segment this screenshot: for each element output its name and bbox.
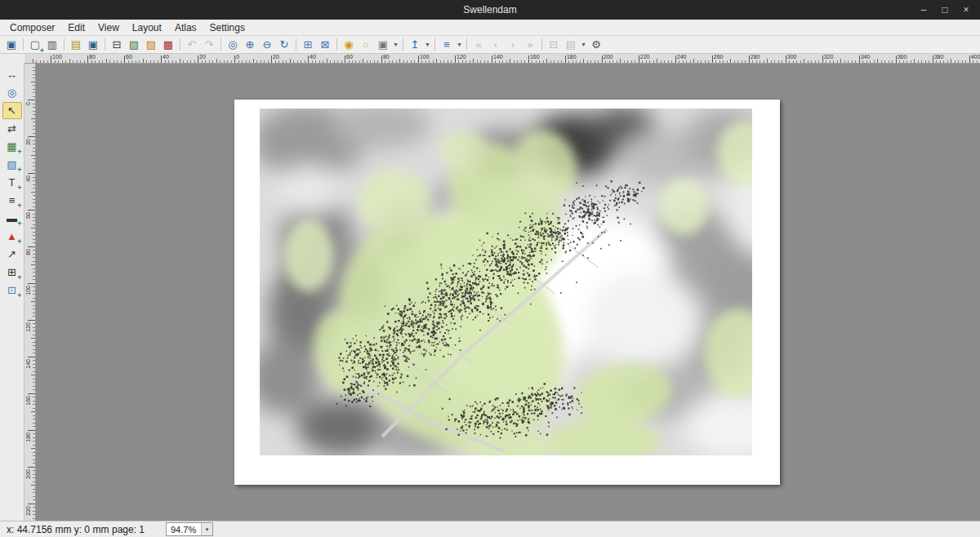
add-new-map-button[interactable]: ▦+	[2, 138, 22, 155]
ruler-tick	[33, 206, 35, 207]
ruler-tick	[33, 220, 35, 221]
export-as-pdf-button[interactable]: ▩	[160, 37, 176, 53]
ruler-tick	[33, 496, 35, 497]
zoom-full-button[interactable]: ◎	[225, 37, 241, 53]
lock-selected-items-button[interactable]: ◉	[341, 37, 357, 53]
window-close-button[interactable]: ×	[956, 0, 977, 20]
show-grid-button[interactable]: ⊞	[300, 37, 316, 53]
menu-layout[interactable]: Layout	[126, 20, 168, 35]
ruler-tick	[499, 60, 500, 63]
zoom-dropdown-arrow[interactable]: ▾	[201, 523, 212, 535]
ruler-tick	[752, 60, 753, 63]
ruler-tick	[31, 264, 35, 265]
add-legend-button[interactable]: ≡+	[2, 192, 22, 209]
add-arrow-button[interactable]: ↗	[2, 246, 22, 263]
title-bar[interactable]: Swellendam –□×	[0, 0, 980, 20]
save-as-template-button[interactable]: ▣	[85, 37, 101, 53]
ruler-tick	[33, 345, 35, 346]
add-image-button[interactable]: ▧+	[2, 156, 22, 173]
ruler-tick	[337, 60, 338, 63]
ruler-tick	[33, 257, 35, 258]
raise-selected-items-button[interactable]: ↥	[407, 37, 423, 53]
ruler-tick	[33, 96, 35, 97]
atlas-settings-button[interactable]: ⚙	[588, 37, 604, 53]
ruler-tick	[661, 60, 662, 63]
ruler-tick	[833, 60, 834, 63]
window-maximize-button[interactable]: □	[934, 0, 956, 20]
ruler-tick	[514, 60, 514, 63]
ruler-tick	[33, 254, 35, 255]
load-from-template-button[interactable]: ▤	[68, 37, 84, 53]
add-scalebar-button[interactable]: ▬+	[2, 210, 22, 227]
export-as-image-button[interactable]: ▧	[126, 37, 142, 53]
composer-page[interactable]	[234, 100, 780, 485]
ruler-tick	[33, 489, 35, 490]
toolbar-separator	[403, 38, 403, 51]
ruler-tick	[33, 404, 35, 405]
ruler-tick	[859, 55, 860, 63]
ruler-tick	[506, 60, 507, 63]
ruler-tick	[480, 60, 481, 63]
toolbar-separator	[336, 38, 337, 51]
ruler-tick	[33, 140, 35, 141]
export-atlas-dropdown[interactable]: ▾	[580, 37, 587, 53]
ruler-tick	[612, 60, 613, 63]
ruler-tick	[451, 60, 452, 63]
ruler-tick	[543, 60, 544, 63]
ruler-tick	[690, 60, 691, 63]
snap-to-grid-button[interactable]: ⊠	[317, 37, 333, 53]
pan-composer-button[interactable]: ↔	[2, 66, 22, 83]
ruler-tick	[657, 59, 657, 63]
ruler-tick	[396, 60, 397, 63]
save-project-button[interactable]: ▣	[3, 37, 20, 53]
composer-canvas[interactable]	[36, 64, 980, 521]
add-basic-shape-button[interactable]: ▲+	[2, 228, 22, 245]
atlas-previous-feature-button: ‹	[488, 37, 504, 53]
export-as-svg-button[interactable]: ▨	[143, 37, 159, 53]
add-label-button[interactable]: T+	[2, 174, 22, 191]
zoom-in-button[interactable]: ⊕	[242, 37, 258, 53]
print-button[interactable]: ⊟	[109, 37, 125, 53]
ruler-tick	[349, 60, 350, 63]
map-item[interactable]	[260, 109, 752, 455]
add-html-frame-button[interactable]: ⊡+	[2, 282, 22, 299]
group-items-button[interactable]: ▣	[375, 37, 391, 53]
ruler-tick	[31, 375, 35, 375]
ruler-tick	[33, 85, 35, 86]
refresh-view-button[interactable]: ↻	[276, 37, 292, 53]
duplicate-composer-button[interactable]: ▥	[44, 37, 60, 53]
zoom-combobox[interactable]: 94.7% ▾	[166, 522, 213, 536]
zoom-out-button[interactable]: ⊖	[259, 37, 275, 53]
window-minimize-button[interactable]: –	[913, 0, 934, 20]
select-move-item-button[interactable]: ↖	[2, 102, 22, 119]
move-item-content-icon: ⇄	[7, 123, 16, 134]
load-from-template-icon: ▤	[71, 39, 81, 50]
new-composer-button[interactable]: ▢+	[27, 37, 43, 53]
menu-view[interactable]: View	[91, 20, 126, 35]
save-as-template-icon: ▣	[88, 39, 98, 50]
align-selected-items-button[interactable]: ≡	[439, 37, 455, 53]
align-selected-items-dropdown[interactable]: ▾	[456, 37, 463, 53]
ruler-tick	[683, 60, 684, 63]
move-item-content-button[interactable]: ⇄	[2, 120, 22, 137]
ruler-tick	[712, 55, 713, 63]
unlock-all-items-button[interactable]: ○	[358, 37, 374, 53]
ruler-label: 120	[457, 54, 466, 60]
menu-composer[interactable]: Composer	[3, 20, 61, 35]
toolbar-separator	[220, 38, 221, 51]
print-atlas-icon: ⊟	[550, 39, 559, 50]
raise-selected-items-dropdown[interactable]: ▾	[424, 37, 431, 53]
plus-badge-icon: +	[17, 238, 21, 246]
group-items-dropdown[interactable]: ▾	[392, 37, 399, 53]
ruler-tick	[392, 60, 393, 63]
add-image-icon: ▧	[7, 159, 16, 170]
menu-edit[interactable]: Edit	[61, 20, 91, 35]
ruler-tick	[488, 60, 488, 63]
add-attribute-table-button[interactable]: ⊞+	[2, 264, 22, 281]
ruler-tick	[550, 60, 551, 63]
menu-atlas[interactable]: Atlas	[168, 20, 203, 35]
menu-settings[interactable]: Settings	[203, 20, 252, 35]
ruler-label: 380	[934, 54, 944, 60]
ruler-label: 160	[25, 396, 31, 406]
zoom-tool-button[interactable]: ◎	[2, 84, 22, 101]
